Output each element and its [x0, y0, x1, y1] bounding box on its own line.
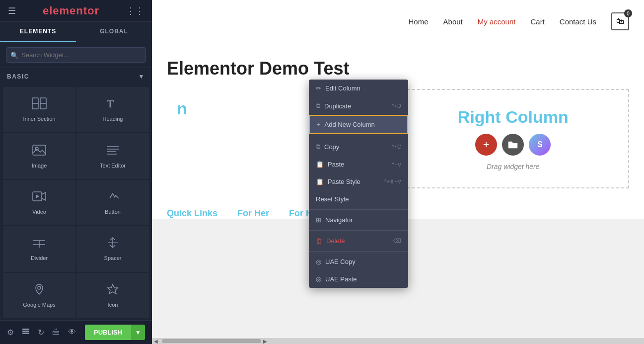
widget-text-editor[interactable]: Text Editor	[76, 133, 149, 178]
page-title: Elementor Demo Test	[167, 58, 629, 79]
footer-col-title-quick-links: Quick Links	[167, 208, 217, 219]
ctx-delete-shortcut: ⌫	[393, 238, 401, 244]
svg-marker-12	[36, 194, 39, 198]
ctx-uae-paste[interactable]: ◎ UAE Paste	[309, 270, 408, 288]
uae-copy-icon: ◎	[316, 258, 321, 265]
ctx-uae-copy[interactable]: ◎ UAE Copy	[309, 253, 408, 270]
copy-icon: ⧉	[316, 143, 320, 151]
widget-button-label: Button	[105, 209, 121, 215]
ctx-copy[interactable]: ⧉ Copy ^+C	[309, 138, 408, 156]
widget-spacer[interactable]: Spacer	[76, 226, 149, 271]
nav-about[interactable]: About	[443, 17, 463, 26]
grid-icon[interactable]: ⋮⋮	[126, 5, 144, 16]
settings-icon[interactable]: ⚙	[7, 328, 14, 338]
layers-icon[interactable]	[22, 328, 30, 338]
nav-home[interactable]: Home	[409, 17, 429, 26]
widget-icon-label: Icon	[108, 302, 118, 308]
widget-button[interactable]: Button	[76, 180, 149, 225]
eye-icon[interactable]: 👁	[68, 328, 76, 338]
ctx-paste[interactable]: 📋 Paste ^+V	[309, 156, 408, 173]
cart-icon-wrap[interactable]: 🛍 0	[611, 12, 629, 30]
widget-video[interactable]: Video	[3, 180, 75, 225]
publish-button[interactable]: PUBLISH	[85, 325, 131, 340]
footer-col-quick-links: Quick Links	[167, 208, 217, 219]
main-content: Home About My account Cart Contact Us 🛍 …	[152, 0, 644, 344]
svg-marker-19	[108, 284, 118, 294]
widget-icon[interactable]: Icon	[76, 273, 149, 318]
sidebar-footer: ⚙ ↻ 🖮 👁 PUBLISH ▼	[0, 320, 152, 344]
add-widget-button[interactable]: +	[475, 134, 497, 156]
widget-google-maps[interactable]: Google Maps	[3, 273, 75, 318]
widget-spacer-label: Spacer	[104, 255, 122, 261]
ctx-navigator[interactable]: ⊞ Navigator	[309, 211, 408, 229]
ctx-divider-1	[309, 136, 408, 136]
section-label: BASIC	[7, 73, 29, 80]
widget-add-icons: + S	[475, 134, 551, 156]
sidebar: ☰ elementor ⋮⋮ ELEMENTS GLOBAL 🔍 BASIC ▼	[0, 0, 152, 344]
widget-image[interactable]: Image	[3, 133, 75, 178]
widget-heading[interactable]: T Heading	[76, 87, 149, 132]
duplicate-icon: ⧉	[316, 102, 320, 110]
context-menu: ✏ Edit Column ⧉ Duplicate ^+D + Add New …	[309, 80, 408, 288]
folder-button[interactable]	[502, 134, 524, 156]
right-column: Right Column + S D	[397, 89, 630, 188]
search-input[interactable]	[6, 47, 146, 63]
image-icon	[32, 144, 46, 159]
ctx-edit-column[interactable]: ✏ Edit Column	[309, 80, 408, 97]
ctx-uae-copy-label: UAE Copy	[325, 258, 356, 265]
video-icon	[32, 190, 46, 205]
ctx-delete-label: Delete	[326, 237, 345, 245]
hamburger-icon[interactable]: ☰	[8, 5, 16, 16]
s5-button[interactable]: S	[529, 134, 551, 156]
widget-image-label: Image	[32, 163, 47, 169]
google-maps-icon	[32, 283, 46, 298]
ctx-add-new-column[interactable]: + Add New Column	[309, 115, 408, 134]
text-editor-icon	[106, 144, 120, 159]
bottom-scrollbar[interactable]: ◀ ▶	[152, 338, 644, 344]
svg-rect-5	[33, 145, 46, 155]
ctx-navigator-label: Navigator	[325, 216, 353, 224]
section-header-basic[interactable]: BASIC ▼	[0, 68, 152, 85]
widget-heading-label: Heading	[103, 116, 123, 122]
history-icon[interactable]: ↻	[38, 328, 44, 338]
publish-dropdown-button[interactable]: ▼	[131, 325, 145, 340]
ctx-divider-3	[309, 230, 408, 231]
nav-my-account[interactable]: My account	[478, 17, 516, 26]
nav-contact-us[interactable]: Contact Us	[560, 17, 596, 26]
nav-cart[interactable]: Cart	[530, 17, 544, 26]
ctx-duplicate-label: Duplicate	[324, 102, 351, 110]
scroll-right-arrow[interactable]: ▶	[261, 339, 269, 344]
scroll-thumb[interactable]	[162, 339, 261, 343]
tab-global[interactable]: GLOBAL	[76, 22, 152, 42]
widget-divider[interactable]: Divider	[3, 226, 75, 271]
elementor-logo: elementor	[43, 4, 99, 17]
scroll-left-arrow[interactable]: ◀	[152, 339, 160, 344]
ctx-paste-style[interactable]: 📋 Paste Style ^+⇧+V	[309, 173, 408, 190]
paste-icon: 📋	[316, 161, 324, 168]
spacer-icon	[106, 237, 120, 252]
paste-style-icon: 📋	[316, 178, 324, 185]
publish-btn-wrap: PUBLISH ▼	[85, 325, 145, 340]
sidebar-search-area: 🔍	[0, 42, 152, 68]
ctx-reset-style[interactable]: Reset Style	[309, 190, 408, 208]
widget-inner-section[interactable]: Inner Section	[3, 87, 75, 132]
edit-icon: ✏	[316, 85, 321, 92]
right-col-heading: Right Column	[458, 107, 569, 127]
drag-hint: Drag widget here	[487, 163, 540, 171]
widgets-grid: Inner Section T Heading	[0, 85, 152, 320]
heading-icon: T	[106, 97, 120, 112]
ctx-reset-style-label: Reset Style	[316, 195, 349, 203]
sidebar-header: ☰ elementor ⋮⋮	[0, 0, 152, 22]
tab-elements[interactable]: ELEMENTS	[0, 22, 76, 42]
desktop-icon[interactable]: 🖮	[52, 328, 60, 338]
footer-col-title-for-her: For Her	[237, 208, 269, 219]
search-icon: 🔍	[10, 51, 18, 59]
footer-left-icons: ⚙ ↻ 🖮 👁	[7, 328, 76, 338]
widget-inner-section-label: Inner Section	[23, 116, 56, 122]
icon-widget-icon	[106, 283, 120, 298]
widget-google-maps-label: Google Maps	[23, 302, 55, 308]
ctx-add-new-column-label: Add New Column	[325, 121, 375, 128]
widget-divider-label: Divider	[31, 255, 48, 261]
ctx-duplicate[interactable]: ⧉ Duplicate ^+D	[309, 97, 408, 115]
ctx-delete[interactable]: 🗑 Delete ⌫	[309, 232, 408, 250]
